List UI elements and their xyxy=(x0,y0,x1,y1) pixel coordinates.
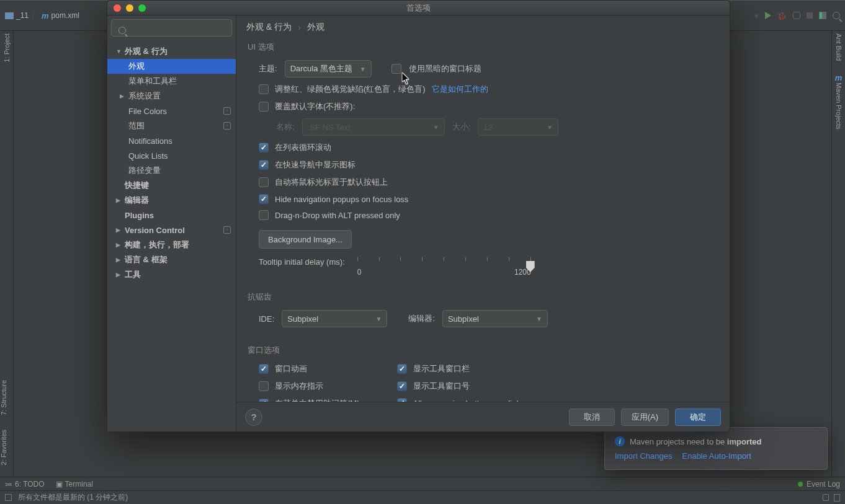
chevron-down-icon: ▼ xyxy=(375,316,382,322)
auto-cursor-checkbox[interactable] xyxy=(259,177,269,187)
font-size-select: 12▼ xyxy=(478,118,558,136)
maven-m-icon: m xyxy=(42,11,49,20)
window-options-section: 窗口选项 xyxy=(248,345,718,356)
ui-options-section: UI 选项 xyxy=(248,42,718,53)
tree-appearance-behavior[interactable]: 外观 & 行为 xyxy=(107,44,236,59)
debug-icon[interactable] xyxy=(777,11,787,20)
todo-toolwindow[interactable]: ≔6: TODO xyxy=(5,480,45,489)
tooltip-delay-slider[interactable]: 01200 xyxy=(357,257,531,276)
animate-checkbox[interactable] xyxy=(259,364,269,374)
theme-select[interactable]: Darcula 黑色主题▼ xyxy=(285,60,372,77)
project-scope-icon: ▫ xyxy=(223,122,231,130)
cyclic-scroll-checkbox[interactable] xyxy=(259,143,269,153)
font-name-label: 名称: xyxy=(276,122,295,133)
event-log[interactable]: Event Log xyxy=(807,480,840,489)
toolwindow-favorites[interactable]: 2: Favorites xyxy=(0,430,7,465)
color-blind-checkbox[interactable] xyxy=(259,84,269,94)
status-dot-icon xyxy=(798,482,803,487)
status-text: 所有文件都是最新的 (1 分钟之前) xyxy=(18,492,128,503)
override-font-label: 覆盖默认字体(不推荐): xyxy=(275,101,355,112)
enable-auto-import-link[interactable]: Enable Auto-Import xyxy=(682,451,751,461)
use-dark-title-label: 使用黑暗的窗口标题 xyxy=(409,63,481,74)
run-icon[interactable] xyxy=(765,12,771,19)
toolwindow-toggle-icon[interactable] xyxy=(5,494,12,501)
import-changes-link[interactable]: Import Changes xyxy=(615,451,673,461)
memory-checkbox[interactable] xyxy=(259,381,269,391)
chevron-down-icon: ▼ xyxy=(536,316,542,322)
ok-button[interactable]: 确定 xyxy=(675,409,721,426)
maven-m-icon: m xyxy=(835,73,843,82)
show-nums-checkbox[interactable] xyxy=(397,381,407,391)
antialiasing-section: 抗锯齿 xyxy=(248,291,718,303)
tree-editor[interactable]: 编辑器 xyxy=(107,193,236,208)
chevron-down-icon: ▼ xyxy=(547,124,553,131)
tree-menus[interactable]: 菜单和工具栏 xyxy=(107,74,236,89)
settings-search-input[interactable] xyxy=(111,19,232,37)
show-icons-checkbox[interactable] xyxy=(259,160,269,170)
minimize-icon[interactable] xyxy=(126,4,133,12)
override-font-checkbox[interactable] xyxy=(259,102,269,112)
tree-system[interactable]: 系统设置 xyxy=(107,89,236,104)
hector-icon[interactable] xyxy=(834,494,840,502)
tree-file-colors[interactable]: File Colors▫ xyxy=(107,104,236,118)
tree-scopes[interactable]: 范围▫ xyxy=(107,118,236,133)
search-icon[interactable] xyxy=(833,12,840,19)
terminal-toolwindow[interactable]: ▣Terminal xyxy=(56,480,93,489)
background-image-button[interactable]: Background Image... xyxy=(259,230,352,249)
settings-tree: 外观 & 行为 外观 菜单和工具栏 系统设置 File Colors▫ 范围▫ … xyxy=(107,40,236,431)
project-scope-icon: ▫ xyxy=(223,107,231,115)
aa-ide-label: IDE: xyxy=(259,314,274,324)
chevron-down-icon: ▼ xyxy=(360,66,366,73)
breadcrumb-project[interactable]: _11 xyxy=(16,11,29,20)
dialog-title: 首选项 xyxy=(406,2,431,14)
tree-build[interactable]: 构建，执行，部署 xyxy=(107,237,236,252)
tooltip-delay-label: Tooltip initial delay (ms): xyxy=(259,257,345,267)
tree-notifications[interactable]: Notifications xyxy=(107,133,236,148)
cancel-button[interactable]: 取消 xyxy=(569,409,615,426)
settings-breadcrumb: 外观 & 行为›外观 xyxy=(236,15,730,39)
tree-path-vars[interactable]: 路径变量 xyxy=(107,163,236,178)
tree-appearance[interactable]: 外观 xyxy=(107,59,236,74)
aa-editor-label: 编辑器: xyxy=(408,313,435,324)
breadcrumb-sep: 〉 xyxy=(31,10,39,21)
toolwindow-project[interactable]: 1: Project xyxy=(3,33,11,62)
dnd-alt-checkbox[interactable] xyxy=(259,210,269,220)
aa-editor-select[interactable]: Subpixel▼ xyxy=(442,310,548,327)
tree-plugins[interactable]: Plugins xyxy=(107,208,236,223)
font-size-label: 大小: xyxy=(452,122,471,133)
aa-ide-select[interactable]: Subpixel▼ xyxy=(282,310,387,327)
search-icon xyxy=(118,27,126,34)
notification-balloon: i Maven projects need to be imported Imp… xyxy=(604,427,828,470)
font-name-select: .SF NS Text▼ xyxy=(302,118,445,136)
show-bars-checkbox[interactable] xyxy=(397,364,407,374)
lock-icon[interactable] xyxy=(823,494,829,501)
color-blind-label: 调整红、绿颜色视觉缺陷(红色盲，绿色盲) xyxy=(275,84,426,95)
info-icon: i xyxy=(615,436,625,446)
tree-vcs[interactable]: Version Control▫ xyxy=(107,223,236,237)
apply-button[interactable]: 应用(A) xyxy=(621,409,669,426)
run-config-dropdown[interactable]: ▾ xyxy=(754,11,759,20)
use-dark-title-checkbox[interactable] xyxy=(391,64,401,74)
coverage-icon[interactable] xyxy=(793,12,800,19)
close-icon[interactable] xyxy=(114,4,121,12)
theme-label: 主题: xyxy=(259,63,277,74)
hide-nav-checkbox[interactable] xyxy=(259,194,269,204)
balloon-title: Maven projects need to be imported xyxy=(630,437,761,446)
help-button[interactable]: ? xyxy=(245,409,262,426)
breadcrumb-file[interactable]: pom.xml xyxy=(51,11,79,20)
toolwindow-structure[interactable]: 7: Structure xyxy=(0,380,7,415)
tree-quick-lists[interactable]: Quick Lists xyxy=(107,148,236,163)
layout-icon[interactable] xyxy=(819,12,826,19)
stop-icon[interactable] xyxy=(807,12,813,19)
tree-tools[interactable]: 工具 xyxy=(107,267,236,282)
tree-keymap[interactable]: 快捷键 xyxy=(107,178,236,193)
chevron-down-icon: ▼ xyxy=(433,124,439,131)
toolwindow-ant[interactable]: Ant Build xyxy=(835,33,843,61)
maximize-icon[interactable] xyxy=(138,4,146,12)
tree-lang[interactable]: 语言 & 框架 xyxy=(107,252,236,267)
toolwindow-maven[interactable]: Maven Projects xyxy=(835,82,843,130)
how-it-works-link[interactable]: 它是如何工作的 xyxy=(432,84,488,95)
project-scope-icon: ▫ xyxy=(223,226,231,234)
project-folder-icon xyxy=(5,12,14,19)
preferences-dialog: 首选项 外观 & 行为 外观 菜单和工具栏 系统设置 File Colors▫ … xyxy=(107,0,730,432)
